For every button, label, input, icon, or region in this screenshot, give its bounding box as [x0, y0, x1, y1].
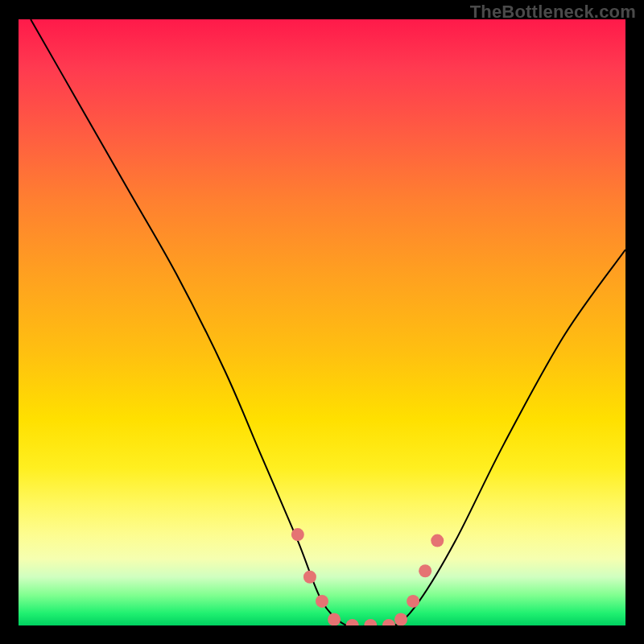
bottleneck-curve: [31, 19, 625, 625]
curve-marker: [346, 619, 359, 625]
curve-layer: [19, 19, 625, 625]
curve-marker: [419, 564, 431, 577]
curve-marker: [291, 528, 304, 541]
curve-marker: [364, 619, 377, 625]
watermark-text: TheBottleneck.com: [470, 2, 636, 23]
curve-marker: [303, 571, 316, 584]
marker-group: [291, 528, 444, 625]
curve-marker: [328, 613, 341, 625]
curve-marker: [431, 535, 444, 547]
curve-marker: [382, 619, 395, 625]
curve-marker: [394, 613, 407, 625]
curve-marker: [407, 595, 419, 608]
curve-marker: [316, 595, 328, 608]
chart-frame: TheBottleneck.com: [0, 0, 644, 644]
plot-area: [19, 19, 625, 625]
